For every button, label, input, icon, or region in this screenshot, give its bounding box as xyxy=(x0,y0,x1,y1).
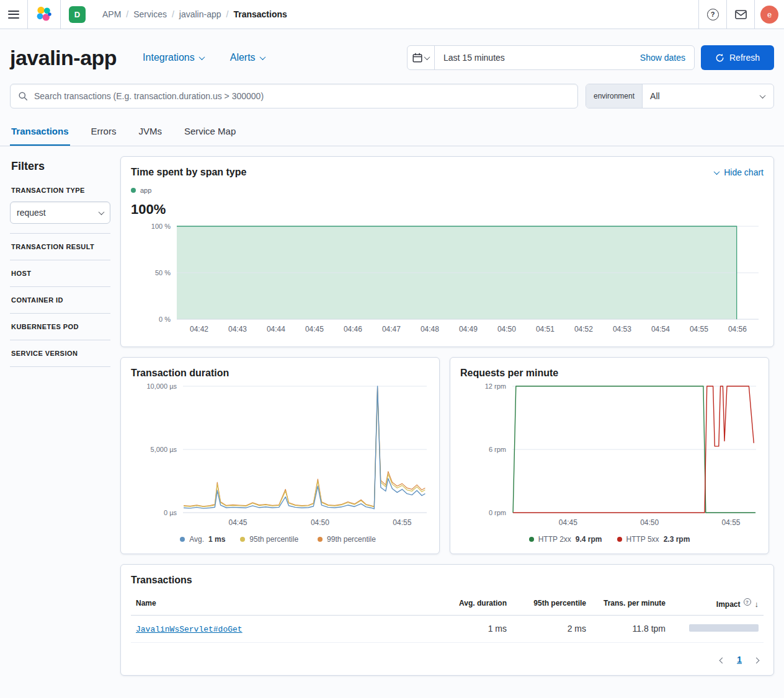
column-header-avg-duration: Avg. duration xyxy=(432,593,512,615)
help-icon: ? xyxy=(707,9,719,20)
impact-help-icon: ? xyxy=(744,598,751,606)
tab-service-map[interactable]: Service Map xyxy=(183,121,237,146)
svg-text:04:55: 04:55 xyxy=(721,518,740,527)
date-picker-calendar-button[interactable] xyxy=(408,46,435,69)
filter-section-kubernetes-pod: KUBERNETES POD xyxy=(11,323,110,330)
svg-text:04:50: 04:50 xyxy=(640,518,659,527)
legend-item-99th: 99th percentile xyxy=(318,535,380,544)
chevron-down-icon xyxy=(198,54,205,60)
column-header-trans-per-minute: Trans. per minute xyxy=(591,593,670,615)
next-page-button[interactable] xyxy=(754,654,759,665)
chevron-down-icon xyxy=(99,209,105,215)
svg-text:04:47: 04:47 xyxy=(382,325,401,334)
alerts-label: Alerts xyxy=(230,52,256,63)
span-type-title: Time spent by span type xyxy=(131,167,246,178)
column-header-impact[interactable]: Impact?↓ xyxy=(670,593,764,615)
svg-text:04:54: 04:54 xyxy=(651,325,670,334)
http-2xx-legend-dot-icon xyxy=(529,537,534,542)
span-type-card: Time spent by span type Hide chart app 1… xyxy=(120,156,774,347)
svg-text:04:46: 04:46 xyxy=(344,325,362,334)
sort-desc-icon[interactable]: ↓ xyxy=(755,599,759,609)
divider xyxy=(10,260,110,260)
help-button[interactable]: ? xyxy=(699,0,726,29)
breadcrumb-services[interactable]: Services xyxy=(121,9,167,19)
date-picker: Last 15 minutes Show dates xyxy=(407,45,695,70)
svg-text:6 rpm: 6 rpm xyxy=(489,446,506,453)
tab-errors[interactable]: Errors xyxy=(90,121,118,146)
calendar-icon xyxy=(412,53,422,63)
hide-chart-button[interactable]: Hide chart xyxy=(715,167,764,177)
newsfeed-button[interactable] xyxy=(727,0,754,29)
transactions-table-title: Transactions xyxy=(131,575,764,586)
span-type-chart[interactable]: 0 %50 %100 %04:4204:4304:4404:4504:4604:… xyxy=(131,220,760,337)
menu-button[interactable] xyxy=(0,0,27,29)
breadcrumb: APM Services javalin-app Transactions xyxy=(102,9,287,19)
refresh-button[interactable]: Refresh xyxy=(701,45,774,70)
filter-section-service-version: SERVICE VERSION xyxy=(11,350,110,357)
chevron-down-icon xyxy=(259,54,265,60)
page-title: javalin-app xyxy=(10,46,117,70)
svg-text:04:49: 04:49 xyxy=(459,325,478,334)
user-avatar[interactable]: e xyxy=(760,6,778,24)
table-row: JavalinWsServlet#doGet 1 ms 2 ms 11.8 tp… xyxy=(131,615,764,642)
tab-jvms[interactable]: JVMs xyxy=(137,121,163,146)
divider xyxy=(10,340,110,340)
page-1-button[interactable]: 1 xyxy=(737,655,742,665)
refresh-icon xyxy=(715,53,724,63)
requests-per-minute-chart[interactable]: 0 rpm6 rpm12 rpm04:4504:5004:55 xyxy=(460,379,760,530)
impact-bar xyxy=(689,624,759,632)
transaction-duration-chart[interactable]: 0 µs5,000 µs10,000 µs04:4504:5004:55 xyxy=(131,379,430,530)
integrations-label: Integrations xyxy=(143,52,195,63)
filters-sidebar: Filters TRANSACTION TYPE request TRANSAC… xyxy=(10,156,110,376)
svg-text:0 rpm: 0 rpm xyxy=(489,509,506,516)
alerts-menu-button[interactable]: Alerts xyxy=(230,52,265,63)
top-navigation-bar: D APM Services javalin-app Transactions … xyxy=(0,0,784,29)
svg-text:04:52: 04:52 xyxy=(574,325,593,334)
service-header: javalin-app Integrations Alerts Last 15 … xyxy=(0,29,784,146)
deployment-badge[interactable]: D xyxy=(69,6,86,23)
svg-text:04:45: 04:45 xyxy=(228,518,247,527)
filter-section-container-id: CONTAINER ID xyxy=(11,296,110,304)
svg-text:04:50: 04:50 xyxy=(311,518,329,527)
search-box xyxy=(10,84,578,108)
divider xyxy=(10,233,110,234)
breadcrumb-service-name[interactable]: javalin-app xyxy=(167,9,221,19)
span-type-legend: app xyxy=(131,187,764,194)
svg-text:04:45: 04:45 xyxy=(305,325,324,334)
svg-text:12 rpm: 12 rpm xyxy=(485,382,506,390)
column-header-name: Name xyxy=(131,593,432,615)
app-legend-dot-icon xyxy=(131,188,136,193)
svg-text:0 %: 0 % xyxy=(159,316,171,323)
integrations-menu-button[interactable]: Integrations xyxy=(143,52,204,63)
transaction-link[interactable]: JavalinWsServlet#doGet xyxy=(136,625,243,634)
svg-text:04:55: 04:55 xyxy=(690,325,708,334)
divider xyxy=(754,0,755,29)
http-5xx-legend-dot-icon xyxy=(617,537,622,542)
filter-section-host: HOST xyxy=(11,270,110,277)
breadcrumb-apm[interactable]: APM xyxy=(102,9,121,19)
transactions-table-card: Transactions Name Avg. duration 95th per… xyxy=(120,564,774,676)
column-header-95th-percentile: 95th percentile xyxy=(512,593,591,615)
previous-page-button[interactable] xyxy=(720,654,724,665)
refresh-label: Refresh xyxy=(729,53,760,63)
hide-chart-label: Hide chart xyxy=(724,167,764,177)
environment-filter[interactable]: environment All xyxy=(586,84,774,108)
svg-text:04:43: 04:43 xyxy=(228,325,247,334)
impact-bar-track xyxy=(689,624,759,632)
p95-legend-dot-icon xyxy=(240,537,245,542)
date-range-button[interactable]: Last 15 minutes xyxy=(435,53,631,63)
avg-legend-dot-icon xyxy=(180,537,185,542)
chevron-down-icon xyxy=(714,169,720,175)
search-input[interactable] xyxy=(33,91,570,102)
svg-text:5,000 µs: 5,000 µs xyxy=(151,446,177,453)
tab-transactions[interactable]: Transactions xyxy=(10,121,70,146)
environment-value: All xyxy=(643,91,760,101)
requests-per-minute-title: Requests per minute xyxy=(460,368,759,379)
divider xyxy=(10,286,110,287)
filters-heading: Filters xyxy=(11,160,110,173)
show-dates-button[interactable]: Show dates xyxy=(631,53,694,63)
transaction-type-select[interactable]: request xyxy=(10,201,110,224)
elastic-logo[interactable] xyxy=(28,0,60,29)
search-icon xyxy=(18,91,28,101)
requests-per-minute-legend: HTTP 2xx 9.4 rpm HTTP 5xx 2.3 rpm xyxy=(460,535,759,544)
